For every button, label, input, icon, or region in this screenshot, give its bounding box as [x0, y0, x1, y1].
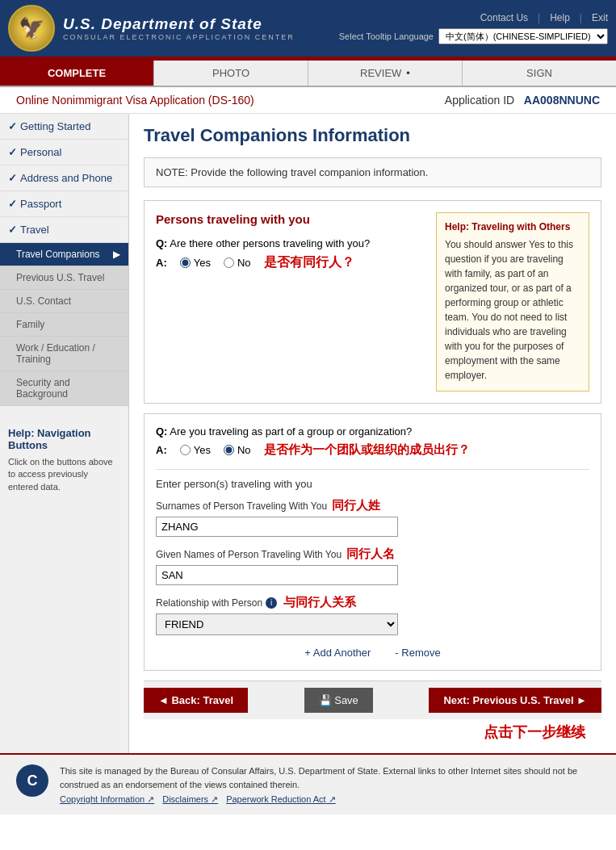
save-button[interactable]: 💾 Save [304, 688, 373, 713]
lang-selector: Select Tooltip Language 中文(简体）(CHINESE-S… [339, 28, 608, 44]
divider [156, 469, 589, 470]
sidebar-item-family[interactable]: Family [0, 313, 128, 337]
q1-label: Q: [156, 237, 167, 249]
sidebar-item-work-education[interactable]: Work / Education / Training [0, 337, 128, 371]
form-group-given: Given Names of Person Traveling With You… [156, 546, 589, 585]
persons-label: Enter person(s) traveling with you [156, 478, 589, 490]
surname-label: Surnames of Person Traveling With You 同行… [156, 498, 589, 513]
footer-content: This site is managed by the Bureau of Co… [60, 764, 600, 805]
q2-yes-label[interactable]: Yes [180, 444, 211, 456]
remove-link[interactable]: - Remove [395, 647, 440, 659]
header-title-block: U.S. Department of State CONSULAR ELECTR… [63, 15, 295, 41]
footer-links: Copyright Information ↗ Disclaimers ↗ Pa… [60, 794, 600, 805]
main-content: Travel Companions Information NOTE: Prov… [129, 114, 616, 753]
eagle-seal: 🦅 [8, 5, 55, 52]
add-another-link[interactable]: + Add Another [304, 647, 371, 659]
nav-buttons-container: ◄ Back: Travel 💾 Save Next: Previous U.S… [144, 680, 601, 719]
review-bullet: • [406, 67, 410, 79]
sidebar-item-getting-started[interactable]: ✓ Getting Started [0, 114, 128, 140]
sidebar-item-travel-companions[interactable]: Travel Companions ▶ [0, 243, 128, 266]
header: 🦅 U.S. Department of State CONSULAR ELEC… [0, 0, 616, 57]
footer-icon: C [16, 764, 48, 797]
check-icon: ✓ [8, 224, 17, 236]
q1-no-radio[interactable] [224, 258, 234, 268]
exit-link[interactable]: Exit [592, 12, 608, 23]
q1-answer: A: Yes No 是否有同行人？ [156, 254, 425, 271]
q2-no-label[interactable]: No [224, 444, 251, 456]
sidebar-item-previous-us-travel[interactable]: Previous U.S. Travel [0, 266, 128, 290]
page-title: Travel Companions Information [144, 125, 601, 146]
form-action-links: + Add Another - Remove [156, 647, 589, 659]
back-button[interactable]: ◄ Back: Travel [144, 688, 248, 713]
check-icon: ✓ [8, 146, 17, 158]
help-text: You should answer Yes to this question i… [445, 237, 580, 383]
surname-cn-label: 同行人姓 [332, 498, 380, 513]
sidebar-item-passport[interactable]: ✓ Passport [0, 191, 128, 217]
q1-chinese-note: 是否有同行人？ [264, 254, 354, 271]
qa-block-1: Q: Are there other persons traveling wit… [156, 237, 425, 271]
form-group-surname: Surnames of Person Traveling With You 同行… [156, 498, 589, 537]
q1-text: Q: Are there other persons traveling wit… [156, 237, 425, 249]
sidebar-help: Help: Navigation Buttons Click on the bu… [0, 419, 128, 501]
note-box: NOTE: Provide the following travel compa… [144, 157, 601, 187]
section-main: Persons traveling with you Q: Are there … [156, 212, 425, 392]
a2-label: A: [156, 444, 167, 456]
q2-answer: A: Yes No 是否作为一个团队或组织的成员出行？ [156, 442, 589, 458]
sidebar-help-text: Click on the buttons above to access pre… [8, 456, 120, 493]
section-row: Persons traveling with you Q: Are there … [156, 212, 589, 392]
q1-no-label[interactable]: No [224, 257, 251, 269]
sidebar-item-personal[interactable]: ✓ Personal [0, 140, 128, 165]
section-heading: Persons traveling with you [156, 212, 425, 226]
form-label: Online Nonimmigrant Visa Application (DS… [16, 94, 254, 107]
help-title: Help: Traveling with Others [445, 221, 580, 232]
copyright-link[interactable]: Copyright Information ↗ [60, 794, 154, 805]
app-id-block: Application ID AA008NNUNC [445, 94, 600, 107]
sidebar-item-us-contact[interactable]: U.S. Contact [0, 290, 128, 313]
sidebar-item-address-phone[interactable]: ✓ Address and Phone [0, 165, 128, 191]
info-icon[interactable]: i [266, 597, 277, 609]
q2-no-radio[interactable] [224, 445, 234, 455]
q1-yes-radio[interactable] [180, 258, 191, 268]
tooltip-label: Select Tooltip Language [339, 31, 434, 41]
app-info: Online Nonimmigrant Visa Application (DS… [0, 87, 616, 114]
relationship-cn-label: 与同行人关系 [283, 595, 356, 610]
footer: C This site is managed by the Bureau of … [0, 753, 616, 814]
help-link[interactable]: Help [550, 12, 570, 23]
a1-label: A: [156, 257, 167, 269]
app-id: AA008NNUNC [524, 94, 600, 107]
sidebar: ✓ Getting Started ✓ Personal ✓ Address a… [0, 114, 129, 753]
check-icon: ✓ [8, 120, 17, 132]
contact-us-link[interactable]: Contact Us [480, 12, 528, 23]
header-title: U.S. Department of State [63, 15, 295, 33]
sidebar-item-travel[interactable]: ✓ Travel [0, 217, 128, 243]
form-group-relationship: Relationship with Person i 与同行人关系 FRIEND… [156, 595, 589, 635]
given-input[interactable] [156, 565, 398, 585]
nav-tabs: COMPLETE PHOTO REVIEW • SIGN [0, 61, 616, 87]
q2-yes-radio[interactable] [180, 445, 191, 455]
tab-complete[interactable]: COMPLETE [0, 61, 153, 86]
section-group: Q: Are you traveling as part of a group … [144, 413, 601, 671]
tab-photo[interactable]: PHOTO [153, 61, 308, 86]
given-label: Given Names of Person Traveling With You… [156, 546, 589, 562]
tab-review[interactable]: REVIEW • [308, 61, 462, 86]
q2-chinese-note: 是否作为一个团队或组织的成员出行？ [264, 442, 470, 458]
check-icon: ✓ [8, 198, 17, 210]
header-links: Contact Us | Help | Exit [480, 12, 608, 23]
tab-sign[interactable]: SIGN [462, 61, 616, 86]
relationship-select[interactable]: FRIEND SPOUSE PARENT CHILD SIBLING COLLE… [156, 613, 398, 635]
lang-select[interactable]: 中文(简体）(CHINESE-SIMPLIFIED) [438, 28, 608, 44]
layout: ✓ Getting Started ✓ Personal ✓ Address a… [0, 114, 616, 753]
header-left: 🦅 U.S. Department of State CONSULAR ELEC… [8, 5, 295, 52]
section-persons: Persons traveling with you Q: Are there … [144, 200, 601, 404]
next-button[interactable]: Next: Previous U.S. Travel ► [429, 688, 601, 713]
cn-bottom-note: 点击下一步继续 [144, 722, 601, 742]
given-cn-label: 同行人名 [346, 546, 395, 562]
disclaimers-link[interactable]: Disclaimers ↗ [162, 794, 218, 805]
header-subtitle: CONSULAR ELECTRONIC APPLICATION CENTER [63, 33, 295, 41]
q1-yes-label[interactable]: Yes [180, 257, 211, 269]
paperwork-link[interactable]: Paperwork Reduction Act ↗ [226, 794, 336, 805]
sidebar-item-security-background[interactable]: Security and Background [0, 371, 128, 406]
surname-input[interactable] [156, 517, 398, 537]
relationship-label: Relationship with Person i 与同行人关系 [156, 595, 589, 610]
footer-text: This site is managed by the Bureau of Co… [60, 764, 600, 791]
